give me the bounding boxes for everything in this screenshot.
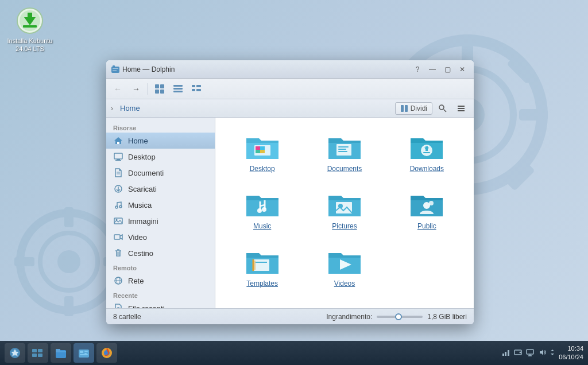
svg-rect-43	[458, 108, 465, 109]
svg-marker-128	[551, 350, 554, 351]
svg-rect-35	[196, 85, 201, 87]
search-button[interactable]	[435, 100, 451, 117]
sidebar-item-documenti[interactable]: Documenti	[106, 165, 215, 181]
folder-music-icon	[245, 189, 280, 219]
folder-downloads-icon	[409, 131, 444, 161]
file-label-templates: Templates	[246, 279, 278, 288]
dolphin-app-icon	[111, 65, 120, 74]
sidebar-item-desktop[interactable]: Desktop	[106, 149, 215, 165]
sidebar-item-musica[interactable]: Musica	[106, 197, 215, 213]
svg-rect-48	[117, 159, 120, 160]
svg-rect-15	[64, 296, 74, 316]
svg-point-123	[520, 352, 521, 354]
titlebar-left: Home — Dolphin	[111, 65, 175, 74]
file-label-desktop: Desktop	[250, 165, 275, 173]
breadcrumb-arrow: ›	[111, 104, 113, 112]
svg-rect-23	[111, 67, 119, 73]
network-tray-icon[interactable]	[501, 348, 510, 358]
back-button[interactable]: ←	[110, 81, 126, 97]
firefox-taskbar-button[interactable]	[96, 343, 117, 363]
folder-templates-icon	[245, 246, 280, 276]
zoom-control: Ingrandimento: 1,8 GiB liberi	[326, 313, 467, 321]
help-button[interactable]: ?	[411, 63, 424, 76]
svg-rect-82	[256, 150, 260, 153]
tree-view-button[interactable]	[188, 81, 204, 97]
zoom-thumb[interactable]	[395, 313, 402, 320]
taskbar: 10:34 06/10/24	[0, 341, 588, 365]
file-item-pictures[interactable]: Pictures	[307, 184, 382, 235]
svg-rect-49	[115, 160, 121, 161]
close-button[interactable]: ✕	[455, 63, 469, 76]
app-menu-button[interactable]	[5, 343, 25, 363]
install-kubuntu-icon[interactable]: Installa Kubuntu 24.04 LTS	[7, 7, 53, 53]
svg-rect-14	[64, 207, 74, 227]
svg-rect-83	[260, 150, 265, 153]
sidebar-item-scaricati[interactable]: Scaricati	[106, 181, 215, 197]
pager-button[interactable]	[28, 343, 48, 363]
forward-button[interactable]: →	[128, 81, 144, 97]
folder-videos-icon	[327, 246, 362, 276]
svg-rect-28	[160, 84, 164, 88]
sidebar-item-video[interactable]: Video	[106, 229, 215, 245]
dolphin-window: Home — Dolphin ? — ▢ ✕ ← →	[106, 60, 474, 324]
minimize-button[interactable]: —	[425, 63, 439, 76]
sidebar-item-immagini[interactable]: Immagini	[106, 213, 215, 229]
downloads-icon	[113, 184, 123, 194]
svg-rect-27	[155, 84, 159, 88]
svg-rect-113	[80, 351, 83, 353]
file-item-videos[interactable]: Videos	[307, 242, 382, 292]
svg-rect-6	[519, 109, 548, 121]
clock[interactable]: 10:34 06/10/24	[559, 344, 583, 362]
file-item-documents[interactable]: Documents	[307, 127, 382, 177]
sidebar: Risorse Home	[106, 118, 215, 308]
svg-rect-37	[196, 89, 201, 91]
detail-view-button[interactable]	[170, 81, 186, 97]
maximize-button[interactable]: ▢	[440, 63, 454, 76]
file-item-public[interactable]: Public	[389, 184, 465, 235]
icon-view-button[interactable]	[152, 81, 168, 97]
chevron-tray-icon[interactable]	[550, 348, 555, 358]
svg-rect-46	[117, 142, 119, 144]
split-button[interactable]: Dividi	[395, 102, 432, 115]
svg-rect-39	[405, 105, 408, 112]
svg-rect-108	[32, 354, 37, 357]
file-item-desktop[interactable]: Desktop	[225, 127, 300, 177]
display-tray-icon[interactable]	[525, 348, 535, 358]
sidebar-item-rete[interactable]: Rete	[106, 273, 215, 289]
install-icon-label: Installa Kubuntu 24.04 LTS	[7, 37, 53, 53]
svg-rect-16	[14, 257, 34, 266]
breadcrumb-home[interactable]: Home	[117, 103, 144, 114]
dolphin-taskbar-button[interactable]	[74, 343, 94, 363]
menu-button[interactable]	[453, 100, 469, 117]
svg-rect-107	[38, 349, 42, 352]
file-count: 8 cartelle	[113, 313, 141, 321]
svg-rect-56	[114, 218, 122, 224]
filemanager-taskbar-button[interactable]	[51, 343, 71, 363]
statusbar: 8 cartelle Ingrandimento: 1,8 GiB liberi	[106, 308, 474, 324]
file-item-templates[interactable]: Templates	[225, 242, 300, 292]
toolbar: ← →	[106, 79, 474, 99]
svg-rect-42	[458, 106, 465, 107]
sidebar-item-home[interactable]: Home	[106, 133, 215, 149]
hdd-tray-icon[interactable]	[513, 348, 523, 358]
main-content: Risorse Home	[106, 118, 474, 308]
svg-rect-80	[256, 146, 260, 150]
file-label-videos: Videos	[334, 279, 355, 288]
svg-rect-90	[425, 146, 428, 151]
addressbar-right: Dividi	[395, 100, 469, 117]
svg-marker-127	[540, 350, 543, 355]
addressbar: › Home Dividi	[106, 99, 474, 118]
pictures-icon	[113, 216, 123, 226]
recent-files-icon	[113, 303, 123, 308]
file-item-music[interactable]: Music	[225, 184, 300, 235]
svg-rect-121	[508, 350, 509, 356]
volume-tray-icon[interactable]	[537, 348, 547, 358]
sidebar-item-cestino[interactable]: Cestino	[106, 245, 215, 261]
sidebar-item-file-recenti[interactable]: File recenti	[106, 300, 215, 308]
section-risorse: Risorse	[106, 121, 215, 133]
svg-rect-47	[114, 153, 122, 159]
zoom-slider[interactable]	[377, 316, 423, 318]
file-item-downloads[interactable]: Downloads	[389, 127, 465, 177]
svg-rect-86	[338, 149, 346, 150]
svg-point-92	[257, 208, 262, 213]
